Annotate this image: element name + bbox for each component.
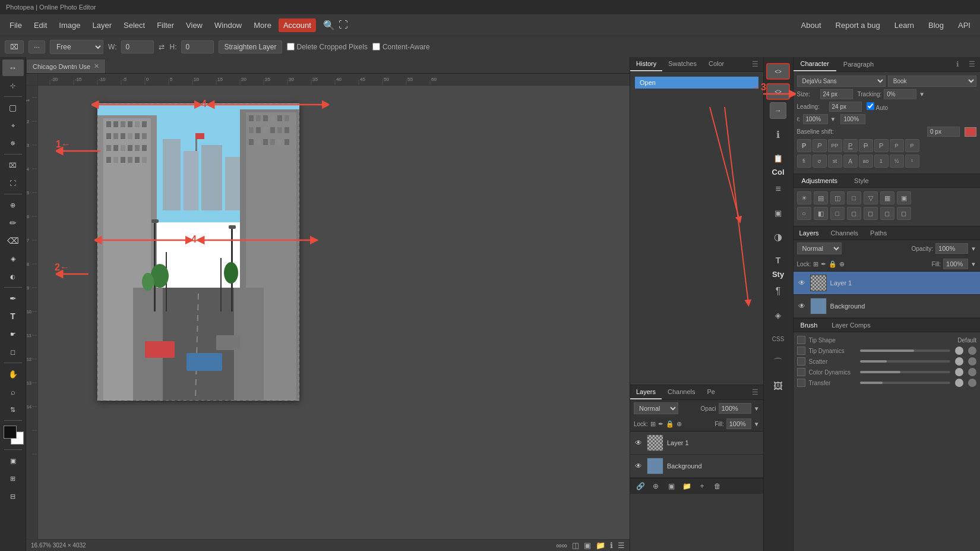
lock-icon-r4[interactable]: ⊕: [839, 260, 845, 268]
tab-channels-right[interactable]: Channels: [825, 226, 864, 240]
straighten-btn[interactable]: Straighten Layer: [219, 40, 282, 53]
adj-levels[interactable]: ▤: [814, 191, 828, 204]
fi-btn[interactable]: fi: [797, 155, 811, 168]
tool-dodge[interactable]: ◐: [2, 268, 24, 285]
link-layers-btn-mid[interactable]: 🔗: [634, 481, 647, 492]
italic-btn[interactable]: P: [813, 139, 827, 152]
icon-css-btn[interactable]: CSS: [767, 328, 789, 350]
fullscreen-icon[interactable]: ⛶: [339, 20, 348, 31]
h-input[interactable]: [181, 40, 214, 53]
tool-shape[interactable]: ◻: [2, 344, 24, 360]
lock-icon-r1[interactable]: ⊞: [813, 260, 818, 268]
layer-row-layer1-right[interactable]: 👁 Layer 1: [794, 272, 980, 295]
menu-api[interactable]: API: [953, 18, 975, 32]
p-caps-btn[interactable]: P: [874, 139, 889, 152]
add-adjustment-btn-mid[interactable]: ⊕: [649, 481, 662, 492]
tool-move[interactable]: ↔: [2, 59, 24, 76]
layer-visibility-layer1-mid[interactable]: 👁: [634, 438, 643, 448]
transfer-toggle[interactable]: [797, 379, 805, 387]
scatter-toggle[interactable]: [797, 357, 805, 366]
adj-photo-filter[interactable]: ◧: [814, 207, 828, 220]
menu-about[interactable]: About: [796, 18, 826, 32]
adj-bw[interactable]: ○: [797, 207, 811, 220]
tab-pe-mid[interactable]: Pe: [701, 385, 721, 399]
tool-heal[interactable]: ⊕: [2, 197, 24, 213]
tool-screen-mode[interactable]: ⊞: [2, 470, 24, 487]
tool-quick-mask[interactable]: ▣: [2, 452, 24, 469]
menu-file[interactable]: File: [5, 18, 27, 32]
layers-panel-menu[interactable]: ☰: [747, 385, 763, 399]
lock-icon-2[interactable]: ✒: [658, 420, 663, 428]
layer-visibility-bg-right[interactable]: 👁: [797, 301, 807, 311]
code-btn-1[interactable]: <>: [766, 63, 790, 80]
st-btn[interactable]: st: [828, 155, 842, 168]
baseline-input[interactable]: [927, 127, 960, 137]
tool-lasso[interactable]: ⌖: [2, 117, 24, 134]
icon-layers-icon[interactable]: ◈: [767, 304, 789, 326]
menu-layer[interactable]: Layer: [88, 18, 117, 32]
scatter-slider[interactable]: [860, 360, 950, 363]
font-family-select[interactable]: DejaVu Sans: [797, 75, 886, 87]
icon-align[interactable]: ≡: [767, 178, 789, 200]
tab-layers-mid[interactable]: Layers: [630, 385, 662, 399]
tab-close-btn[interactable]: ✕: [94, 62, 99, 70]
adj-posterize[interactable]: ◻: [880, 207, 894, 220]
opacity-input-mid[interactable]: [719, 403, 751, 414]
tool-artboard[interactable]: ⊹: [2, 77, 24, 94]
fg-color-swatch[interactable]: [4, 426, 17, 439]
adj-color-lookup[interactable]: ◻: [847, 207, 861, 220]
half-btn[interactable]: ½: [890, 155, 904, 168]
menu-report-bug[interactable]: Report a bug: [831, 18, 885, 32]
scale-v-input[interactable]: [840, 114, 865, 124]
tab-paths-right[interactable]: Paths: [864, 226, 893, 240]
num1-btn[interactable]: 1: [874, 155, 889, 168]
tab-adjustments[interactable]: Adjustments: [794, 174, 846, 187]
pp-btn[interactable]: PP: [828, 139, 842, 152]
panel-menu-icon[interactable]: ☰: [747, 57, 763, 71]
layer-row-bg-right[interactable]: 👁 Background: [794, 295, 980, 318]
tool-eyedropper[interactable]: ⛶: [2, 175, 24, 191]
blend-mode-select-mid[interactable]: Normal: [634, 402, 678, 414]
tool-zoom[interactable]: ⌕: [2, 383, 24, 400]
menu-account[interactable]: Account: [279, 18, 316, 32]
tool-ruler[interactable]: ⇅: [2, 401, 24, 418]
adj-invert[interactable]: ◻: [864, 207, 878, 220]
transfer-slider[interactable]: [860, 382, 950, 384]
adj-threshold[interactable]: ◻: [897, 207, 911, 220]
fill-input-right[interactable]: [943, 259, 968, 269]
layer-visibility-bg-mid[interactable]: 👁: [634, 461, 643, 471]
tab-character[interactable]: Character: [794, 57, 836, 71]
adj-channel-mixer[interactable]: □: [830, 207, 845, 220]
adj-exposure[interactable]: □: [847, 191, 861, 204]
adj-vib[interactable]: ▽: [864, 191, 878, 204]
add-folder-btn-mid[interactable]: 📁: [680, 481, 693, 492]
search-icon[interactable]: 🔍: [323, 20, 335, 31]
auto-leading-checkbox[interactable]: [867, 102, 874, 110]
ao-btn[interactable]: ao: [859, 155, 873, 168]
menu-more[interactable]: More: [249, 18, 276, 32]
char-panel-menu[interactable]: ☰: [964, 58, 980, 71]
bold-btn[interactable]: P: [797, 139, 811, 152]
menu-image[interactable]: Image: [54, 18, 85, 32]
canvas-viewport[interactable]: 4 4: [38, 86, 630, 539]
p-small-caps-btn[interactable]: P: [890, 139, 904, 152]
adj-curves[interactable]: ◫: [830, 191, 845, 204]
tool-path-select[interactable]: ☛: [2, 326, 24, 342]
lock-icon-4[interactable]: ⊕: [676, 420, 682, 428]
tab-layer-comps[interactable]: Layer Comps: [824, 319, 877, 332]
tab-style[interactable]: Style: [846, 174, 877, 187]
w-input[interactable]: [121, 40, 154, 53]
delete-layer-btn-mid[interactable]: 🗑: [711, 481, 724, 492]
tab-brush[interactable]: Brush: [794, 319, 825, 332]
icon-curve[interactable]: ⌒: [767, 352, 789, 373]
color-dynamics-toggle[interactable]: [797, 368, 805, 376]
tab-history[interactable]: History: [630, 57, 662, 71]
adj-brightness[interactable]: ☀: [797, 191, 811, 204]
lock-icon-1[interactable]: ⊞: [650, 420, 656, 428]
swap-btn[interactable]: →: [770, 102, 786, 119]
tip-dynamics-slider[interactable]: [860, 350, 950, 352]
icon-para[interactable]: ¶: [767, 281, 789, 302]
icon-text[interactable]: T: [767, 250, 789, 271]
tab-channels-mid[interactable]: Channels: [662, 385, 701, 399]
menu-select[interactable]: Select: [119, 18, 150, 32]
